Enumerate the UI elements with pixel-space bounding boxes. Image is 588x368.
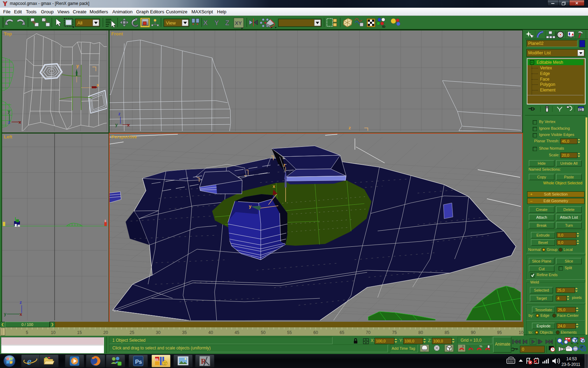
svg-text:40: 40 <box>208 330 213 335</box>
svg-text:y: y <box>115 122 118 127</box>
svg-text:z: z <box>8 120 10 125</box>
svg-text:y: y <box>76 63 79 68</box>
svg-text:X: X <box>203 19 208 27</box>
svg-text:100: 100 <box>519 330 524 335</box>
svg-text:80: 80 <box>418 330 423 335</box>
svg-text:y: y <box>4 311 7 316</box>
svg-text:e: e <box>27 356 31 367</box>
svg-text:15: 15 <box>77 330 82 335</box>
svg-text:50: 50 <box>261 330 266 335</box>
svg-text:14:53: 14:53 <box>566 356 577 361</box>
svg-text:95: 95 <box>497 330 502 335</box>
svg-text:Ps: Ps <box>135 359 142 365</box>
svg-text:55: 55 <box>287 330 292 335</box>
svg-text:All: All <box>77 20 83 26</box>
svg-text:z: z <box>283 162 286 168</box>
svg-text:XY: XY <box>235 20 242 26</box>
svg-text:ID: ID <box>382 25 386 28</box>
svg-text:%: % <box>479 345 482 348</box>
svg-text:10: 10 <box>51 330 56 335</box>
svg-text:0: 0 <box>522 347 524 352</box>
svg-text:23-5-2011: 23-5-2011 <box>561 362 580 367</box>
svg-text:z: z <box>118 111 121 116</box>
svg-text:View: View <box>166 20 176 26</box>
svg-text:Z: Z <box>225 19 230 27</box>
svg-text:Y: Y <box>214 19 219 27</box>
svg-text:85: 85 <box>444 330 449 335</box>
svg-text:y: y <box>8 109 10 114</box>
svg-text:60: 60 <box>313 330 318 335</box>
svg-text:y: y <box>249 204 252 209</box>
svg-text:45: 45 <box>234 330 239 335</box>
svg-text:5: 5 <box>26 330 28 335</box>
svg-text:70: 70 <box>366 330 371 335</box>
svg-text:65: 65 <box>340 330 344 335</box>
svg-text:m: m <box>155 357 159 361</box>
svg-text:35: 35 <box>182 330 187 335</box>
svg-text:25: 25 <box>130 330 134 335</box>
svg-text:x: x <box>20 312 22 317</box>
svg-text:x: x <box>97 82 99 88</box>
svg-text:x: x <box>273 184 275 189</box>
svg-text:20: 20 <box>103 330 108 335</box>
svg-text:30: 30 <box>156 330 161 335</box>
svg-text:75: 75 <box>392 330 397 335</box>
svg-text:z: z <box>349 125 351 130</box>
svg-text:z: z <box>20 300 22 305</box>
svg-text:90: 90 <box>471 330 476 335</box>
svg-text:3: 3 <box>462 345 464 348</box>
